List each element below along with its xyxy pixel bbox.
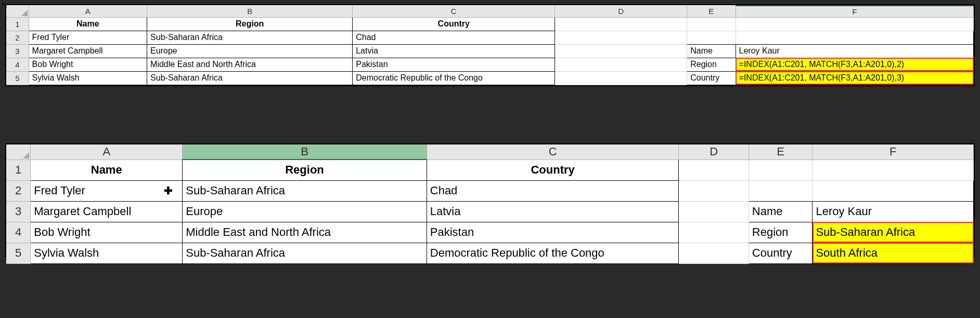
cell-F4[interactable]: Sub-Saharan Africa [813, 222, 974, 243]
row-header-3[interactable]: 3 [6, 201, 31, 222]
cell-D4[interactable] [679, 222, 749, 243]
cell-D3[interactable] [555, 44, 687, 58]
cell-C3[interactable]: Latvia [353, 44, 555, 58]
spreadsheet-top: ↖ ABCDEF 1NameRegionCountry2Fred TylerSu… [5, 4, 975, 86]
column-header-A[interactable]: A [31, 144, 183, 160]
cell-F3[interactable]: Leroy Kaur [813, 201, 974, 222]
cell-C2[interactable]: Chad [427, 180, 679, 201]
cell-D2[interactable] [679, 180, 749, 201]
cell-C4[interactable]: Pakistan [427, 222, 679, 243]
cell-F1[interactable] [813, 160, 974, 180]
cell-A4[interactable]: Bob Wright [29, 58, 147, 71]
cell-A3[interactable]: Margaret Campbell [31, 201, 183, 222]
cell-E3[interactable]: Name [687, 44, 736, 58]
cell-C3[interactable]: Latvia [427, 201, 679, 222]
spreadsheet-bottom: ABCDEF 1NameRegionCountry2Fred Tyler✚Sub… [5, 143, 975, 258]
cell-E1[interactable] [687, 17, 736, 31]
cell-E4[interactable]: Region [749, 222, 813, 243]
column-header-E[interactable]: E [749, 144, 813, 160]
cell-D1[interactable] [555, 17, 687, 31]
column-header-D[interactable]: D [679, 144, 749, 160]
cell-D4[interactable] [555, 58, 687, 71]
cell-A5[interactable]: Sylvia Walsh [29, 71, 147, 85]
cell-F4[interactable]: =INDEX(A1:C201, MATCH(F3,A1:A201,0),2) [736, 58, 973, 71]
cell-A4[interactable]: Bob Wright [31, 222, 183, 243]
cell-C1[interactable]: Country [353, 17, 555, 31]
cell-E4[interactable]: Region [687, 58, 736, 71]
column-header-C[interactable]: C [353, 6, 555, 17]
cell-E1[interactable] [749, 160, 813, 180]
cell-D1[interactable] [679, 160, 749, 180]
column-header-E[interactable]: E [687, 6, 736, 17]
row-header-1[interactable]: 1 [6, 160, 31, 180]
cell-B5[interactable]: Sub-Saharan Africa [147, 71, 353, 85]
column-header-F[interactable]: F [736, 6, 973, 17]
cell-A1[interactable]: Name [31, 160, 183, 180]
cell-A5[interactable]: Sylvia Walsh [31, 243, 183, 263]
cell-C5[interactable]: Democratic Republic of the Congo [353, 71, 555, 85]
cell-F2[interactable] [813, 180, 974, 201]
cell-B1[interactable]: Region [147, 17, 353, 31]
cell-D2[interactable] [555, 31, 687, 44]
row-header-4[interactable]: 4 [6, 222, 31, 243]
row-header-2[interactable]: 2 [6, 31, 29, 44]
cell-E5[interactable]: Country [749, 243, 813, 263]
column-header-C[interactable]: C [427, 144, 679, 160]
cell-F5[interactable]: South Africa [813, 243, 974, 263]
cell-A2[interactable]: Fred Tyler✚ [31, 180, 183, 201]
cell-B3[interactable]: Europe [147, 44, 353, 58]
row-header-4[interactable]: 4 [6, 58, 29, 71]
cell-E2[interactable] [749, 180, 813, 201]
cell-C4[interactable]: Pakistan [353, 58, 555, 71]
cell-F1[interactable] [736, 17, 973, 31]
cell-C2[interactable]: Chad [353, 31, 555, 44]
column-header-F[interactable]: F [813, 144, 974, 160]
cell-F3[interactable]: Leroy Kaur [736, 44, 973, 58]
cell-E3[interactable]: Name [749, 201, 813, 222]
column-header-B[interactable]: B [183, 144, 427, 160]
cell-A1[interactable]: Name [29, 17, 147, 31]
cell-C5[interactable]: Democratic Republic of the Congo [427, 243, 679, 263]
cell-E5[interactable]: Country [687, 71, 736, 85]
row-header-5[interactable]: 5 [6, 243, 31, 263]
row-header-3[interactable]: 3 [6, 44, 29, 58]
cell-E2[interactable] [687, 31, 736, 44]
cell-D3[interactable] [679, 201, 749, 222]
cell-F5[interactable]: =INDEX(A1:C201, MATCH(F3,A1:A201,0),3) [736, 71, 973, 85]
grid-bottom[interactable]: ABCDEF 1NameRegionCountry2Fred Tyler✚Sub… [6, 144, 974, 264]
cell-F2[interactable] [736, 31, 973, 44]
cell-B4[interactable]: Middle East and North Africa [147, 58, 353, 71]
cell-cursor-icon: ✚ [164, 184, 173, 197]
select-all-corner[interactable] [6, 144, 31, 160]
cell-B4[interactable]: Middle East and North Africa [183, 222, 427, 243]
cell-A2[interactable]: Fred Tyler [29, 31, 147, 44]
cell-D5[interactable] [555, 71, 687, 85]
cell-B1[interactable]: Region [183, 160, 427, 180]
cell-B5[interactable]: Sub-Saharan Africa [183, 243, 427, 263]
row-header-2[interactable]: 2 [6, 180, 31, 201]
cell-text: Fred Tyler [34, 184, 85, 197]
grid-top[interactable]: ABCDEF 1NameRegionCountry2Fred TylerSub-… [6, 5, 974, 85]
cell-D5[interactable] [679, 243, 749, 263]
cell-A3[interactable]: Margaret Campbell [29, 44, 147, 58]
column-header-A[interactable]: A [29, 6, 147, 17]
row-header-5[interactable]: 5 [6, 71, 29, 85]
cell-B2[interactable]: Sub-Saharan Africa [183, 180, 427, 201]
column-header-D[interactable]: D [555, 6, 687, 17]
select-all-corner[interactable] [6, 6, 29, 17]
cell-B3[interactable]: Europe [183, 201, 427, 222]
cell-C1[interactable]: Country [427, 160, 679, 180]
cell-B2[interactable]: Sub-Saharan Africa [147, 31, 353, 44]
column-header-B[interactable]: B [147, 6, 353, 17]
row-header-1[interactable]: 1 [6, 17, 29, 31]
